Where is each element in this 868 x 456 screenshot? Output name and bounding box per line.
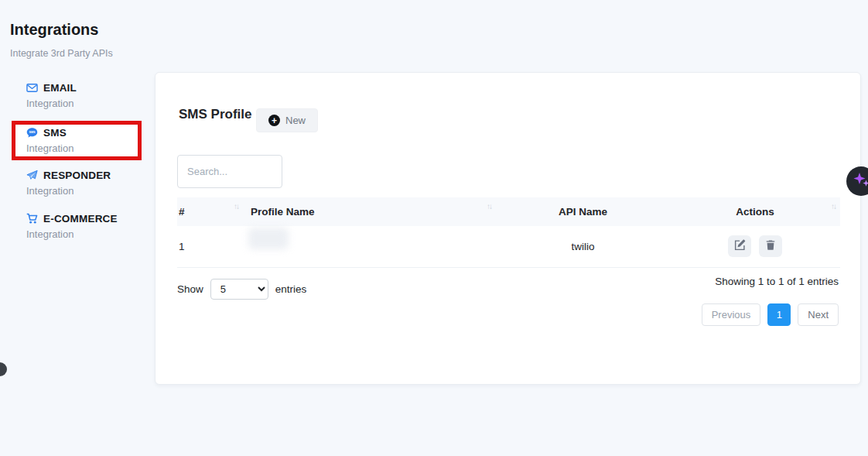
sidebar-item-label: RESPONDER xyxy=(43,170,111,181)
sidebar-item-label: EMAIL xyxy=(43,82,77,94)
column-header-api-name[interactable]: API Name xyxy=(496,197,670,226)
new-profile-button[interactable]: + New xyxy=(256,108,318,132)
sidebar-item-ecommerce[interactable]: E-COMMERCE Integration xyxy=(26,213,118,240)
sidebar-item-sublabel: Integration xyxy=(26,142,138,154)
column-header-profile-name[interactable]: Profile Name ↑↓ xyxy=(243,197,496,226)
delete-button[interactable] xyxy=(759,235,782,257)
row-actions-cell xyxy=(670,226,840,267)
row-index-cell: 1 xyxy=(177,226,243,267)
new-button-label: New xyxy=(285,115,306,126)
paper-plane-icon xyxy=(26,170,38,181)
entries-summary: Showing 1 to 1 of 1 entries xyxy=(715,276,839,287)
row-api-name-cell: twilio xyxy=(496,226,670,267)
plus-circle-icon: + xyxy=(268,115,280,126)
sms-profile-table: # ↑↓ Profile Name ↑↓ API Name Actions ↑↓… xyxy=(177,197,840,268)
search-input[interactable] xyxy=(177,155,282,188)
panel-title: SMS Profile xyxy=(179,107,251,122)
entries-label: entries xyxy=(275,283,307,295)
sms-profile-panel: SMS Profile + New # ↑↓ Profile Name ↑↓ A… xyxy=(155,72,861,385)
sidebar-item-sublabel: Integration xyxy=(26,98,77,109)
next-page-button[interactable]: Next xyxy=(798,303,839,326)
sparkles-icon xyxy=(852,170,868,192)
table-row: 1 twilio xyxy=(177,226,840,267)
shopping-cart-icon xyxy=(26,213,38,225)
sidebar-item-label: E-COMMERCE xyxy=(43,213,118,225)
trash-icon xyxy=(765,239,776,253)
sidebar-item-sublabel: Integration xyxy=(26,185,111,197)
previous-page-button[interactable]: Previous xyxy=(702,303,761,326)
pagination: Previous 1 Next xyxy=(702,303,839,326)
sort-icon: ↑↓ xyxy=(234,202,238,211)
edge-handle-dot[interactable] xyxy=(0,362,7,376)
sidebar-item-email[interactable]: EMAIL Integration xyxy=(26,82,77,109)
column-header-index[interactable]: # ↑↓ xyxy=(177,197,243,226)
edit-pencil-icon xyxy=(734,239,746,253)
column-header-actions[interactable]: Actions ↑↓ xyxy=(670,197,840,226)
sidebar-item-label: SMS xyxy=(43,127,67,139)
page-title: Integrations xyxy=(10,21,98,39)
current-page-button[interactable]: 1 xyxy=(767,303,791,326)
sort-icon: ↑↓ xyxy=(831,202,836,211)
page-subtitle: Integrate 3rd Party APIs xyxy=(10,48,113,59)
redacted-profile-name xyxy=(248,228,289,249)
svg-text:SMS: SMS xyxy=(29,131,36,134)
row-profile-name-cell xyxy=(243,226,496,267)
edit-button[interactable] xyxy=(728,235,751,257)
sidebar-item-responder[interactable]: RESPONDER Integration xyxy=(26,170,111,197)
show-label: Show xyxy=(177,283,203,295)
table-header-row: # ↑↓ Profile Name ↑↓ API Name Actions ↑↓ xyxy=(177,197,840,226)
sidebar-item-sms[interactable]: SMS SMS Integration xyxy=(26,127,138,154)
sort-icon: ↑↓ xyxy=(487,202,491,211)
sidebar-item-sublabel: Integration xyxy=(26,228,118,240)
sms-chat-icon: SMS xyxy=(26,127,38,139)
envelope-icon xyxy=(26,82,38,94)
entries-select[interactable]: 5 xyxy=(210,279,268,300)
annotation-box: SMS SMS Integration xyxy=(12,121,142,160)
